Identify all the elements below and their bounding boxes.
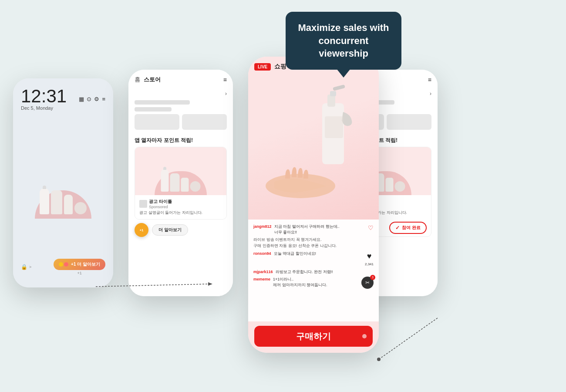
settings-icon: ⚙ (94, 96, 99, 102)
svg-rect-8 (333, 84, 345, 91)
live-product-bg (248, 57, 379, 220)
menu-icon: ≡ (102, 96, 105, 102)
comment-text-3: 라방보고 주문합니다. 완전 저렴!! (276, 269, 333, 275)
heart-count-text: 2,341 (365, 262, 374, 267)
tooltip-bubble: Maximize sales with concurrent viewershi… (286, 12, 401, 70)
cta-pill-text: +1 더 알아보기 (71, 261, 100, 267)
cta-pill[interactable]: +1 더 알아보기 (54, 259, 105, 270)
lock-screen-content: 12:31 Dec 5, Monday ▦ ⊙ ⚙ ≡ (13, 78, 113, 287)
phone-live-center: LIVE 쇼핑 (248, 57, 379, 353)
buy-button-dot (362, 334, 367, 338)
lock-symbol: 🔒 (21, 264, 27, 270)
live-product-area (248, 57, 379, 220)
cta-badge-plus: +1 (139, 228, 143, 232)
ad-title-text: 광고 타이틀 Sponsored (149, 199, 172, 209)
tooltip-text: Maximize sales with concurrent viewershi… (296, 21, 391, 60)
phone-store-left: 홈 스토어 ≡ › 앱 열자마자 포인트 적립! (128, 70, 233, 296)
comment-3: mjpark116 라방보고 주문합니다. 완전 저렴!! (253, 269, 374, 275)
comment-text-4: 1+1이라니..제꺼 엄마까지까지 쟁여둡니다. (273, 277, 327, 287)
buy-button-text: 구매하기 (296, 331, 331, 342)
banner-placeholders (128, 100, 233, 130)
lock-product-area (21, 112, 105, 255)
bottle-3 (64, 195, 73, 214)
profile-icon: ⊙ (87, 96, 91, 102)
scissors-badge: ✂ 3 (361, 277, 374, 289)
live-comments: jangm812 지금 마침 떨어져서 구매하려 했는데..너무 좋아요!! ♡… (248, 220, 379, 321)
comment-1: jangm812 지금 마침 떨어져서 구매하려 했는데..너무 좋아요!! ♡ (253, 224, 374, 235)
product-card-info: 광고 타이틀 Sponsored 광고 설명글이 들어가는 자리입니다. (135, 195, 226, 219)
chevron-right-icon-right: › (430, 91, 431, 97)
comment-text-1: 지금 마침 떨어져서 구매하려 했는데..너무 좋아요!! (274, 224, 340, 235)
learn-more-button[interactable]: 더 알아보기 (152, 224, 188, 236)
barcode-icon: ▦ (79, 96, 84, 102)
badge-count: +1 (54, 271, 105, 275)
comment-system-text: 라이브 방송 이벤트까지 꼭 챙겨가세요.구매 인증하면 자동 응모! 선착순 … (253, 237, 337, 249)
ad-title: 광고 타이틀 (149, 199, 172, 205)
banner-bar-1 (135, 100, 190, 105)
cta-row: +1 더 알아보기 (135, 223, 227, 237)
product-bottles (40, 188, 87, 214)
lock-status-icons: ▦ ⊙ ⚙ ≡ (79, 96, 105, 102)
section-title: 앱 열자마자 포인트 적립! (128, 133, 233, 147)
nav-arrow: › (128, 87, 233, 100)
card-bottle-3 (181, 178, 189, 192)
ad-label: 광고 타이틀 Sponsored (139, 199, 222, 209)
svg-point-3 (377, 358, 381, 361)
ad-description: 광고 설명글이 들어가는 자리입니다. (139, 210, 222, 216)
scissors-icon: ✂ (365, 279, 370, 287)
nav-home: 홈 (135, 76, 140, 84)
avatar-dot-1 (59, 262, 63, 267)
check-icon: ✓ (395, 225, 400, 231)
card-bottles (161, 169, 201, 192)
lock-time: 12:31 (21, 87, 67, 105)
banner-bar-2 (135, 107, 172, 112)
live-screen-content: LIVE 쇼핑 (248, 57, 379, 353)
scissors-count: 3 (370, 275, 375, 280)
svg-line-2 (379, 318, 438, 359)
lock-time-area: 12:31 Dec 5, Monday (21, 87, 67, 111)
comment-user-2: ronson94 (253, 251, 271, 257)
avatar-dot-2 (64, 262, 68, 267)
heart-icon-1: ♡ (368, 224, 374, 233)
banner-row (135, 114, 227, 130)
done-badge: ✓ 참여 완료 (389, 222, 427, 234)
ad-icon (139, 200, 147, 208)
heart-filled-icon: ♥ (367, 251, 372, 262)
comment-user-1: jangm812 (253, 224, 272, 230)
card-bottle-r4 (395, 181, 405, 192)
hamburger-icon-right: ≡ (428, 76, 431, 83)
bottle-1 (40, 188, 49, 214)
product-card-image (135, 147, 226, 195)
bottle-2 (51, 190, 62, 214)
store-nav: 홈 스토어 (135, 76, 161, 84)
comment-2: ronson94 오늘 역대급 할인이네요! ♥ 2,341 (253, 251, 374, 267)
lock-status-bar: 12:31 Dec 5, Monday ▦ ⊙ ⚙ ≡ (21, 87, 105, 111)
lock-bottom-bar: 🔒 > +1 더 알아보기 +1 (21, 255, 105, 279)
card-bottle-r3 (386, 178, 394, 192)
banner-card-r2 (387, 114, 431, 130)
store-header: 홈 스토어 ≡ (128, 70, 233, 87)
live-badge: LIVE (254, 63, 271, 71)
ad-sponsored: Sponsored (149, 205, 172, 209)
card-bottle-4 (190, 181, 201, 192)
live-title: 쇼핑 (274, 63, 286, 71)
comment-user-3: mjpark116 (253, 269, 273, 275)
nav-store: 스토어 (144, 76, 161, 84)
buy-button[interactable]: 구매하기 (254, 326, 373, 347)
svg-rect-6 (327, 95, 335, 107)
product-card: 광고 타이틀 Sponsored 광고 설명글이 들어가는 자리입니다. (135, 147, 227, 220)
svg-rect-7 (330, 91, 336, 96)
comment-text-2: 오늘 역대급 할인이네요! (274, 251, 317, 257)
lock-icon: 🔒 > (21, 264, 31, 270)
heart-count: ♥ 2,341 (365, 251, 374, 267)
svg-rect-9 (325, 116, 343, 138)
chevron-right-icon: › (225, 91, 227, 97)
card-bottle-1 (161, 169, 169, 192)
card-bottle-2 (170, 173, 180, 192)
cta-badge[interactable]: +1 (135, 223, 148, 237)
done-text: 참여 완료 (402, 225, 421, 231)
lock-arrow: > (29, 265, 31, 269)
phone-lock-screen: 12:31 Dec 5, Monday ▦ ⊙ ⚙ ≡ (13, 78, 113, 287)
comment-user-4: mememe (253, 277, 270, 282)
bottle-4 (74, 202, 87, 214)
